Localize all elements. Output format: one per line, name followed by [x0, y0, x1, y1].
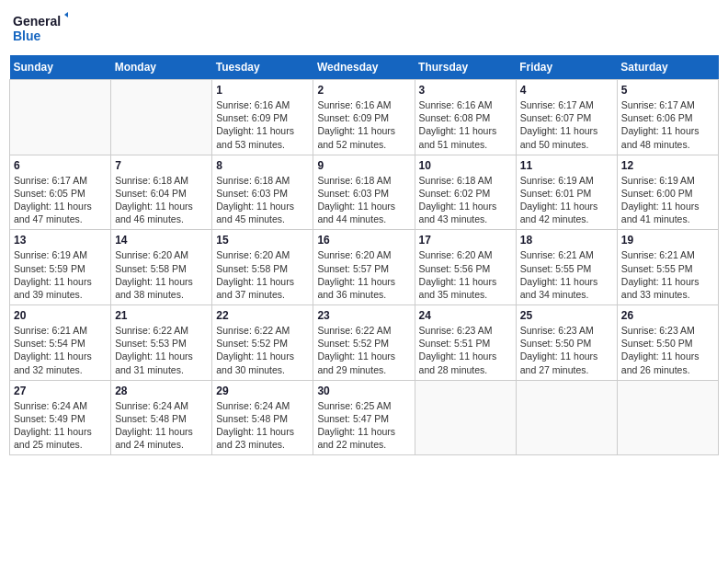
day-cell: 6Sunrise: 6:17 AM Sunset: 6:05 PM Daylig…: [10, 155, 111, 230]
day-cell: 28Sunrise: 6:24 AM Sunset: 5:48 PM Dayli…: [111, 380, 212, 455]
day-cell: 14Sunrise: 6:20 AM Sunset: 5:58 PM Dayli…: [111, 230, 212, 305]
page-header: General Blue: [9, 9, 719, 48]
day-number: 4: [520, 84, 613, 97]
day-number: 21: [115, 309, 208, 322]
col-header-monday: Monday: [111, 55, 212, 80]
week-row-3: 13Sunrise: 6:19 AM Sunset: 5:59 PM Dayli…: [10, 230, 719, 305]
day-number: 23: [317, 309, 410, 322]
col-header-friday: Friday: [516, 55, 617, 80]
day-info: Sunrise: 6:18 AM Sunset: 6:04 PM Dayligh…: [115, 174, 208, 226]
day-cell: 13Sunrise: 6:19 AM Sunset: 5:59 PM Dayli…: [10, 230, 111, 305]
day-number: 19: [621, 234, 714, 247]
day-cell: 8Sunrise: 6:18 AM Sunset: 6:03 PM Daylig…: [212, 155, 313, 230]
day-info: Sunrise: 6:23 AM Sunset: 5:50 PM Dayligh…: [621, 324, 714, 376]
day-cell: 11Sunrise: 6:19 AM Sunset: 6:01 PM Dayli…: [516, 155, 617, 230]
day-cell: 25Sunrise: 6:23 AM Sunset: 5:50 PM Dayli…: [516, 305, 617, 381]
day-cell: 5Sunrise: 6:17 AM Sunset: 6:06 PM Daylig…: [617, 80, 718, 155]
day-number: 22: [216, 309, 309, 322]
day-info: Sunrise: 6:20 AM Sunset: 5:56 PM Dayligh…: [419, 248, 512, 301]
day-info: Sunrise: 6:20 AM Sunset: 5:58 PM Dayligh…: [216, 248, 309, 301]
day-number: 24: [419, 309, 512, 322]
week-row-2: 6Sunrise: 6:17 AM Sunset: 6:05 PM Daylig…: [10, 155, 719, 230]
day-cell: 27Sunrise: 6:24 AM Sunset: 5:49 PM Dayli…: [10, 380, 111, 455]
day-cell: 12Sunrise: 6:19 AM Sunset: 6:00 PM Dayli…: [617, 155, 718, 230]
col-header-saturday: Saturday: [617, 55, 718, 80]
day-info: Sunrise: 6:16 AM Sunset: 6:08 PM Dayligh…: [419, 98, 512, 151]
day-info: Sunrise: 6:24 AM Sunset: 5:48 PM Dayligh…: [216, 399, 309, 452]
day-cell: 4Sunrise: 6:17 AM Sunset: 6:07 PM Daylig…: [516, 80, 617, 155]
day-number: 30: [317, 385, 410, 397]
day-number: 6: [14, 159, 107, 172]
day-info: Sunrise: 6:22 AM Sunset: 5:53 PM Dayligh…: [115, 324, 208, 376]
day-info: Sunrise: 6:22 AM Sunset: 5:52 PM Dayligh…: [317, 324, 410, 376]
day-cell: 30Sunrise: 6:25 AM Sunset: 5:47 PM Dayli…: [313, 380, 415, 455]
day-number: 28: [115, 385, 208, 397]
week-row-5: 27Sunrise: 6:24 AM Sunset: 5:49 PM Dayli…: [10, 380, 719, 455]
day-number: 25: [520, 309, 613, 322]
day-cell: [415, 380, 516, 455]
day-number: 7: [115, 159, 208, 172]
day-info: Sunrise: 6:17 AM Sunset: 6:05 PM Dayligh…: [14, 174, 107, 226]
logo-svg: General Blue: [13, 9, 68, 48]
day-cell: 2Sunrise: 6:16 AM Sunset: 6:09 PM Daylig…: [313, 80, 415, 155]
day-number: 16: [317, 234, 410, 247]
day-number: 27: [14, 385, 107, 397]
day-info: Sunrise: 6:18 AM Sunset: 6:03 PM Dayligh…: [317, 174, 410, 226]
day-number: 18: [520, 234, 613, 247]
day-info: Sunrise: 6:17 AM Sunset: 6:07 PM Dayligh…: [520, 98, 613, 151]
day-cell: 23Sunrise: 6:22 AM Sunset: 5:52 PM Dayli…: [313, 305, 415, 381]
day-info: Sunrise: 6:24 AM Sunset: 5:49 PM Dayligh…: [14, 399, 107, 452]
day-number: 1: [216, 84, 309, 97]
calendar-table: SundayMondayTuesdayWednesdayThursdayFrid…: [9, 55, 719, 455]
col-header-thursday: Thursday: [415, 55, 516, 80]
day-number: 29: [216, 385, 309, 397]
week-row-4: 20Sunrise: 6:21 AM Sunset: 5:54 PM Dayli…: [10, 305, 719, 381]
day-number: 12: [621, 159, 714, 172]
day-number: 17: [419, 234, 512, 247]
day-info: Sunrise: 6:20 AM Sunset: 5:57 PM Dayligh…: [317, 248, 410, 301]
day-number: 2: [317, 84, 410, 97]
day-number: 5: [621, 84, 714, 97]
day-number: 14: [115, 234, 208, 247]
day-info: Sunrise: 6:18 AM Sunset: 6:02 PM Dayligh…: [419, 174, 512, 226]
day-number: 3: [419, 84, 512, 97]
day-info: Sunrise: 6:19 AM Sunset: 5:59 PM Dayligh…: [14, 248, 107, 301]
day-number: 10: [419, 159, 512, 172]
day-info: Sunrise: 6:21 AM Sunset: 5:55 PM Dayligh…: [621, 248, 714, 301]
day-info: Sunrise: 6:25 AM Sunset: 5:47 PM Dayligh…: [317, 399, 410, 452]
day-number: 20: [14, 309, 107, 322]
day-number: 11: [520, 159, 613, 172]
week-row-1: 1Sunrise: 6:16 AM Sunset: 6:09 PM Daylig…: [10, 80, 719, 155]
day-number: 15: [216, 234, 309, 247]
svg-text:Blue: Blue: [13, 29, 41, 43]
day-info: Sunrise: 6:21 AM Sunset: 5:55 PM Dayligh…: [520, 248, 613, 301]
day-info: Sunrise: 6:19 AM Sunset: 6:01 PM Dayligh…: [520, 174, 613, 226]
day-cell: 7Sunrise: 6:18 AM Sunset: 6:04 PM Daylig…: [111, 155, 212, 230]
svg-text:General: General: [13, 14, 61, 29]
svg-marker-2: [64, 9, 68, 20]
day-cell: 17Sunrise: 6:20 AM Sunset: 5:56 PM Dayli…: [415, 230, 516, 305]
day-cell: 19Sunrise: 6:21 AM Sunset: 5:55 PM Dayli…: [617, 230, 718, 305]
day-cell: 9Sunrise: 6:18 AM Sunset: 6:03 PM Daylig…: [313, 155, 415, 230]
day-cell: 20Sunrise: 6:21 AM Sunset: 5:54 PM Dayli…: [10, 305, 111, 381]
day-info: Sunrise: 6:20 AM Sunset: 5:58 PM Dayligh…: [115, 248, 208, 301]
day-info: Sunrise: 6:17 AM Sunset: 6:06 PM Dayligh…: [621, 98, 714, 151]
day-number: 13: [14, 234, 107, 247]
day-cell: 16Sunrise: 6:20 AM Sunset: 5:57 PM Dayli…: [313, 230, 415, 305]
day-info: Sunrise: 6:23 AM Sunset: 5:51 PM Dayligh…: [419, 324, 512, 376]
day-cell: 3Sunrise: 6:16 AM Sunset: 6:08 PM Daylig…: [415, 80, 516, 155]
day-info: Sunrise: 6:18 AM Sunset: 6:03 PM Dayligh…: [216, 174, 309, 226]
day-cell: 22Sunrise: 6:22 AM Sunset: 5:52 PM Dayli…: [212, 305, 313, 381]
calendar-header-row: SundayMondayTuesdayWednesdayThursdayFrid…: [10, 55, 719, 80]
day-cell: 26Sunrise: 6:23 AM Sunset: 5:50 PM Dayli…: [617, 305, 718, 381]
day-number: 9: [317, 159, 410, 172]
day-info: Sunrise: 6:24 AM Sunset: 5:48 PM Dayligh…: [115, 399, 208, 452]
col-header-sunday: Sunday: [10, 55, 111, 80]
day-number: 26: [621, 309, 714, 322]
day-number: 8: [216, 159, 309, 172]
day-info: Sunrise: 6:16 AM Sunset: 6:09 PM Dayligh…: [317, 98, 410, 151]
day-cell: [617, 380, 718, 455]
day-info: Sunrise: 6:21 AM Sunset: 5:54 PM Dayligh…: [14, 324, 107, 376]
day-cell: 24Sunrise: 6:23 AM Sunset: 5:51 PM Dayli…: [415, 305, 516, 381]
day-cell: 10Sunrise: 6:18 AM Sunset: 6:02 PM Dayli…: [415, 155, 516, 230]
